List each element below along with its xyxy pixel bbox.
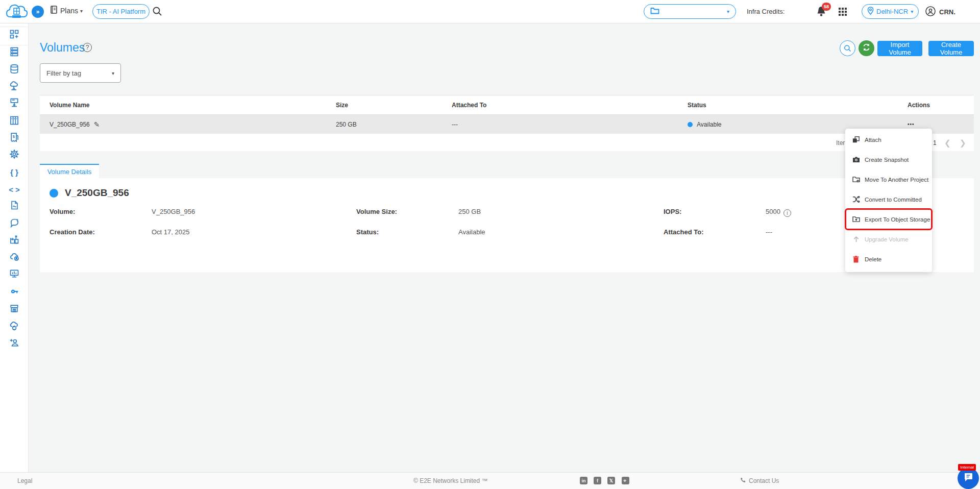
import-volume-button[interactable]: Import Volume	[877, 41, 922, 56]
e2e-cloud-logo-icon[interactable]	[5, 2, 29, 22]
sidebar-item-support[interactable]: ?	[0, 216, 29, 232]
page-title: Volumes	[40, 41, 85, 55]
volume-details-heading: V_250GB_956	[65, 187, 129, 199]
convert-shuffle-icon	[852, 196, 860, 203]
cloud-network-icon	[9, 81, 19, 93]
apps-grid-icon[interactable]	[838, 7, 847, 18]
support-chat-icon: ?	[9, 218, 20, 230]
account-crn[interactable]: CRN.	[925, 6, 955, 18]
menu-item-create-snapshot[interactable]: Create Snapshot	[845, 150, 932, 169]
sidebar-item-code[interactable]: < >	[0, 182, 29, 197]
cloud-sync-icon	[9, 321, 19, 333]
attached-to-cell: ---	[452, 115, 458, 134]
sidebar-item-compute[interactable]	[0, 45, 29, 60]
sidebar-item-cloud-network[interactable]	[0, 79, 29, 94]
chat-widget-button[interactable]	[958, 468, 979, 489]
sidebar-item-cloud-sync[interactable]	[0, 319, 29, 334]
field-label-iops: IOPS:	[664, 208, 681, 215]
footer: Legal © E2E Networks Limited ™ in f 𝕏 ᯤ …	[0, 472, 980, 489]
sidebar-item-files[interactable]	[0, 199, 29, 214]
iops-info-icon[interactable]: i	[783, 209, 791, 217]
sidebar-item-storage-lockers[interactable]	[0, 114, 29, 129]
code-brackets-icon: < >	[9, 185, 20, 194]
filter-by-tag-label: Filter by tag	[46, 69, 81, 77]
volume-details-panel: V_250GB_956 Volume: V_250GB_956 Volume S…	[40, 178, 974, 272]
sidebar-item-datacenter[interactable]	[0, 233, 29, 248]
field-label-attached-to: Attached To:	[664, 228, 703, 236]
table-search-button[interactable]	[840, 40, 855, 56]
facebook-icon[interactable]: f	[594, 477, 601, 484]
upgrade-arrow-icon	[852, 236, 860, 242]
size-cell: 250 GB	[336, 115, 357, 134]
linkedin-icon[interactable]: in	[580, 477, 587, 484]
edit-name-icon[interactable]: ✎	[94, 120, 100, 129]
volume-actions-context-menu: Attach Create Snapshot Move To Another P…	[845, 129, 932, 272]
copyright-text: © E2E Networks Limited ™	[413, 477, 488, 484]
sidebar-item-security-keys[interactable]	[0, 285, 29, 300]
field-label-volume: Volume:	[50, 208, 75, 215]
sidebar-item-dashboard[interactable]	[0, 28, 29, 43]
field-value-volume: V_250GB_956	[152, 208, 195, 215]
sidebar-item-settings[interactable]	[0, 148, 29, 163]
refresh-button[interactable]	[859, 40, 874, 56]
sidebar-expand-button[interactable]: »	[32, 6, 44, 18]
account-person-icon	[925, 6, 936, 18]
menu-item-move-project[interactable]: Move To Another Project	[845, 169, 932, 189]
header-search-icon[interactable]	[152, 6, 162, 18]
plans-menu[interactable]: Plans ▾	[50, 6, 83, 16]
col-attached-to: Attached To	[452, 95, 486, 114]
status-dot	[688, 122, 693, 127]
dashboard-add-icon	[9, 29, 19, 41]
project-selector[interactable]: ▾	[644, 4, 736, 19]
tir-label: TIR - AI Platform	[96, 8, 145, 15]
table-row[interactable]: V_250GB_956 ✎ 250 GB --- Available •••	[40, 115, 974, 134]
menu-item-delete[interactable]: Delete	[845, 249, 932, 269]
sidebar-item-monitoring[interactable]	[0, 267, 29, 282]
help-icon[interactable]: ?	[83, 43, 92, 52]
trash-icon	[852, 256, 860, 263]
filter-by-tag-dropdown[interactable]: Filter by tag ▾	[40, 63, 121, 83]
menu-item-convert-committed[interactable]: Convert to Committed	[845, 189, 932, 209]
infra-credits-label: Infra Credits:	[747, 8, 785, 15]
sidebar-item-cloud-users[interactable]	[0, 251, 29, 266]
tir-ai-platform-button[interactable]: TIR - AI Platform	[92, 4, 150, 19]
region-selector[interactable]: Delhi-NCR ▾	[862, 4, 919, 19]
sidebar-item-storage-db[interactable]	[0, 62, 29, 78]
create-volume-button[interactable]: Create Volume	[928, 41, 974, 56]
security-key-icon	[9, 287, 20, 298]
phone-icon	[740, 477, 746, 484]
sidebar-item-nodes[interactable]	[0, 96, 29, 111]
tab-volume-details[interactable]: Volume Details	[40, 164, 99, 178]
x-twitter-icon[interactable]: 𝕏	[607, 477, 615, 484]
sidebar-item-billing[interactable]: $	[0, 131, 29, 146]
table-header: Volume Name Size Attached To Status Acti…	[40, 95, 974, 115]
notification-count-badge: 58	[822, 3, 831, 11]
database-icon	[9, 64, 19, 76]
svg-text:$: $	[13, 134, 15, 139]
app-window: » Plans ▾ TIR - AI Platform ▾ Infra Cred…	[0, 0, 980, 489]
chevron-down-icon: ▾	[80, 8, 83, 14]
menu-item-attach[interactable]: Attach	[845, 130, 932, 150]
sidebar-item-api[interactable]: { }	[0, 164, 29, 180]
attach-icon	[852, 136, 860, 143]
row-actions-menu-button[interactable]: •••	[908, 121, 915, 127]
menu-item-export-object-storage[interactable]: Export To Object Storage	[845, 209, 932, 229]
svg-text:?: ?	[16, 218, 18, 222]
legal-link[interactable]: Legal	[17, 477, 32, 484]
chevron-down-icon: ▾	[112, 70, 114, 76]
sidebar-item-marketplace[interactable]	[0, 302, 29, 317]
cloud-users-icon	[9, 252, 20, 264]
next-page-icon[interactable]: ❯	[960, 138, 966, 148]
folder-export-icon	[852, 216, 860, 223]
field-label-status: Status:	[356, 228, 379, 236]
col-status: Status	[688, 95, 706, 114]
notifications-bell-icon[interactable]: 58	[816, 5, 827, 19]
add-team-icon	[9, 337, 20, 350]
rss-icon[interactable]: ᯤ	[622, 477, 629, 484]
chevron-down-icon: ▾	[727, 9, 729, 14]
sidebar-item-add-team[interactable]	[0, 336, 29, 351]
compute-servers-icon	[9, 46, 19, 59]
top-bar: » Plans ▾ TIR - AI Platform ▾ Infra Cred…	[0, 0, 980, 23]
contact-us-link[interactable]: Contact Us	[740, 477, 779, 484]
prev-page-icon[interactable]: ❮	[944, 138, 951, 148]
